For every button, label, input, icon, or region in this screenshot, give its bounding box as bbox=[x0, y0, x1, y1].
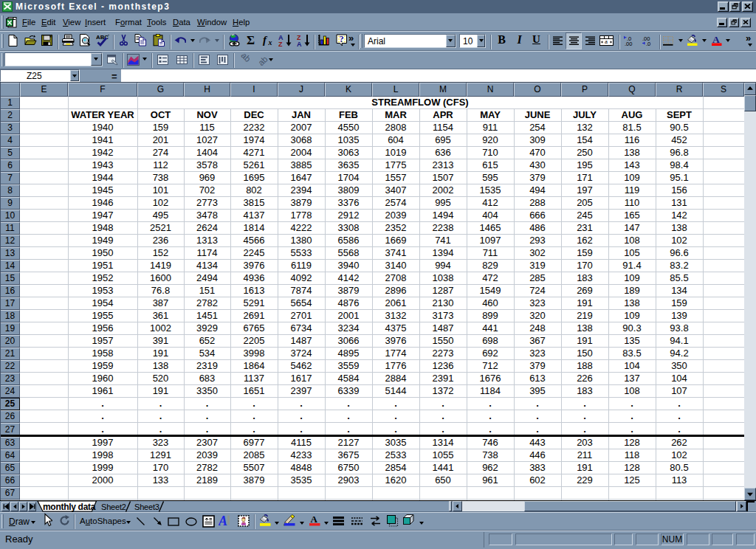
svg-text:Z: Z bbox=[278, 41, 283, 47]
svg-text:ab: ab bbox=[256, 55, 268, 66]
svg-text:f: f bbox=[263, 35, 268, 46]
svg-text:A: A bbox=[311, 514, 318, 525]
svg-text:Σ: Σ bbox=[247, 35, 255, 46]
svg-text:?: ? bbox=[340, 34, 344, 44]
svg-text:A: A bbox=[712, 35, 720, 45]
svg-text:.0: .0 bbox=[646, 41, 650, 46]
svg-text:ab: ab bbox=[239, 54, 250, 63]
svg-text:ABC: ABC bbox=[96, 34, 109, 41]
svg-text:a: a bbox=[605, 38, 608, 45]
svg-text:A: A bbox=[219, 514, 227, 528]
svg-text:A: A bbox=[297, 41, 302, 47]
svg-text:x: x bbox=[268, 38, 272, 46]
svg-text:.00: .00 bbox=[625, 41, 632, 46]
